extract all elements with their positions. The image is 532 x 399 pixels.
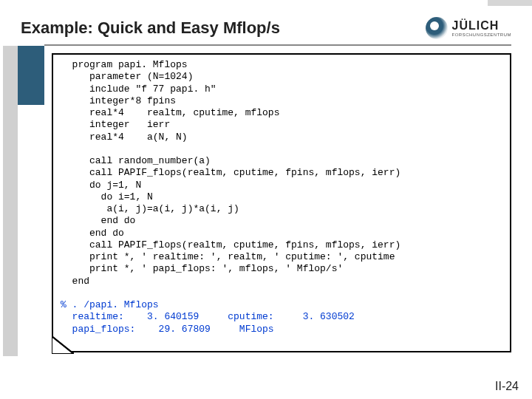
logo-main-text: JÜLICH [452, 19, 512, 33]
dogear-icon [52, 336, 72, 352]
left-rail-light [3, 46, 18, 356]
page-title: Example: Quick and Easy Mflop/s [21, 18, 280, 38]
logo: JÜLICH FORSCHUNGSZENTRUM [426, 17, 512, 39]
logo-text: JÜLICH FORSCHUNGSZENTRUM [452, 19, 512, 37]
logo-sub-text: FORSCHUNGSZENTRUM [452, 33, 512, 37]
top-accent-bar [488, 0, 532, 6]
slide: Example: Quick and Easy Mflop/s JÜLICH F… [0, 0, 532, 399]
code-block: program papi. Mflops parameter (N=1024) … [53, 55, 510, 340]
header: Example: Quick and Easy Mflop/s JÜLICH F… [21, 13, 511, 43]
output-lines: % . /papi. Mflops realtime: 3. 640159 cp… [61, 299, 355, 335]
header-divider [44, 44, 511, 46]
page-number: II-24 [495, 380, 519, 393]
left-rail-dark [18, 46, 44, 105]
code-lines: program papi. Mflops parameter (N=1024) … [61, 59, 400, 287]
logo-mark-icon [426, 17, 448, 39]
code-panel: program papi. Mflops parameter (N=1024) … [52, 53, 511, 352]
